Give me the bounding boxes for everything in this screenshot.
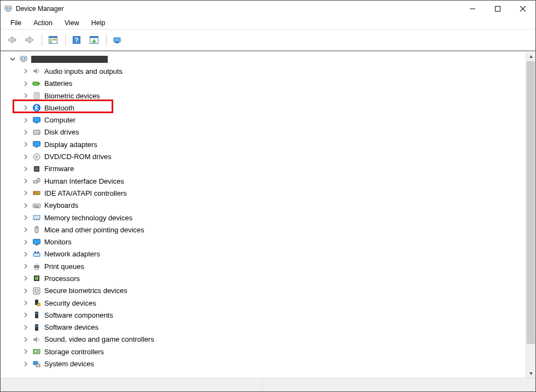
menu-view[interactable]: View <box>59 18 85 28</box>
scan-hardware-button[interactable] <box>86 33 102 47</box>
svg-rect-69 <box>36 313 38 314</box>
tree-category[interactable]: IDE ATA/ATAPI controllers <box>3 187 526 199</box>
tree-category[interactable]: Mice and other pointing devices <box>3 224 526 236</box>
category-label: Security devices <box>44 299 96 307</box>
svg-rect-26 <box>33 117 40 122</box>
chevron-right-icon[interactable] <box>22 226 29 233</box>
tree-category[interactable]: Storage controllers <box>3 346 526 358</box>
maximize-button[interactable] <box>485 1 510 17</box>
scroll-thumb[interactable] <box>527 61 535 344</box>
tree-category[interactable]: Monitors <box>3 236 526 248</box>
chevron-right-icon[interactable] <box>22 129 29 136</box>
tree-category[interactable]: Secure biometrics devices <box>3 285 526 297</box>
svg-rect-67 <box>38 303 39 305</box>
minimize-button[interactable] <box>460 1 485 17</box>
chevron-right-icon[interactable] <box>22 141 29 148</box>
help-button[interactable]: ? <box>68 33 85 47</box>
tree-category[interactable]: Software devices <box>3 321 526 334</box>
chevron-right-icon[interactable] <box>22 312 29 318</box>
tree-category[interactable]: Display adapters <box>3 138 526 150</box>
memory-icon <box>32 213 41 222</box>
vertical-scrollbar[interactable] <box>526 52 535 378</box>
devices-and-printers-button[interactable] <box>109 33 126 47</box>
svg-rect-58 <box>34 265 39 268</box>
tree-category[interactable]: Print queues <box>3 260 526 272</box>
svg-rect-55 <box>33 253 40 256</box>
device-tree[interactable]: Audio inputs and outputsBatteriesBiometr… <box>1 52 526 378</box>
chevron-down-icon[interactable] <box>9 56 16 62</box>
category-label: Network adapters <box>44 250 100 258</box>
scroll-down-button[interactable] <box>526 368 535 378</box>
tree-category[interactable]: Sound, video and game controllers <box>3 334 526 346</box>
svg-rect-1 <box>6 7 8 9</box>
chevron-right-icon[interactable] <box>22 214 29 221</box>
chevron-right-icon[interactable] <box>22 68 29 74</box>
chevron-right-icon[interactable] <box>22 348 29 355</box>
tree-category[interactable]: Disk drives <box>3 126 526 138</box>
tree-category[interactable]: Firmware <box>3 163 526 175</box>
tree-root-node[interactable] <box>3 53 526 65</box>
category-label: Biometric devices <box>44 92 100 100</box>
svg-rect-16 <box>114 38 120 42</box>
chevron-right-icon[interactable] <box>22 117 29 124</box>
forward-button[interactable] <box>21 33 38 47</box>
svg-rect-54 <box>36 244 38 245</box>
chevron-right-icon[interactable] <box>22 154 29 160</box>
svg-rect-10 <box>50 39 52 43</box>
tree-category[interactable]: Bluetooth <box>3 102 526 114</box>
category-label: Monitors <box>44 238 72 246</box>
chevron-right-icon[interactable] <box>22 92 29 99</box>
chevron-right-icon[interactable] <box>22 104 29 111</box>
tree-category[interactable]: Human Interface Devices <box>3 175 526 187</box>
chevron-right-icon[interactable] <box>22 336 29 343</box>
category-label: Software components <box>44 311 113 319</box>
tree-category[interactable]: Software components <box>3 309 526 321</box>
monitor-icon <box>32 116 41 125</box>
chevron-right-icon[interactable] <box>22 300 29 306</box>
bluetooth-icon <box>32 103 41 112</box>
close-button[interactable] <box>510 1 535 17</box>
tree-category[interactable]: Keyboards <box>3 200 526 212</box>
chevron-right-icon[interactable] <box>22 324 29 331</box>
chevron-right-icon[interactable] <box>22 178 29 184</box>
scroll-track[interactable] <box>526 61 535 368</box>
chevron-right-icon[interactable] <box>22 288 29 294</box>
computer-root-icon <box>19 55 28 63</box>
secure-bio-icon <box>32 286 41 295</box>
chevron-right-icon[interactable] <box>22 80 29 87</box>
chevron-right-icon[interactable] <box>22 202 29 209</box>
svg-line-6 <box>520 6 526 11</box>
chevron-right-icon[interactable] <box>22 251 29 258</box>
tree-category[interactable]: Batteries <box>3 78 526 90</box>
chevron-right-icon[interactable] <box>22 361 29 367</box>
menu-help[interactable]: Help <box>86 18 111 28</box>
svg-rect-21 <box>22 61 25 62</box>
tree-category[interactable]: DVD/CD-ROM drives <box>3 150 526 162</box>
svg-rect-9 <box>49 37 57 38</box>
tree-category[interactable]: Security devices <box>3 297 526 309</box>
svg-rect-44 <box>36 205 37 206</box>
chevron-right-icon[interactable] <box>22 263 29 270</box>
monitor-icon <box>32 238 41 247</box>
category-label: Human Interface Devices <box>44 177 124 185</box>
tree-category[interactable]: Audio inputs and outputs <box>3 65 526 77</box>
menu-action[interactable]: Action <box>28 18 58 28</box>
tree-category[interactable]: Memory technology devices <box>3 212 526 224</box>
menu-file[interactable]: File <box>5 18 27 28</box>
category-label: Bluetooth <box>44 104 74 112</box>
tree-category[interactable]: Network adapters <box>3 248 526 260</box>
tree-category[interactable]: Biometric devices <box>3 90 526 102</box>
svg-rect-48 <box>34 219 35 220</box>
back-button[interactable] <box>4 33 20 47</box>
scroll-up-button[interactable] <box>526 52 535 61</box>
svg-rect-18 <box>20 56 27 61</box>
chevron-right-icon[interactable] <box>22 275 29 282</box>
tree-category[interactable]: System devices <box>3 358 526 370</box>
chevron-right-icon[interactable] <box>22 190 29 196</box>
category-label: Computer <box>44 116 75 124</box>
show-hide-tree-button[interactable] <box>45 33 61 47</box>
tree-category[interactable]: Processors <box>3 272 526 284</box>
tree-category[interactable]: Computer <box>3 114 526 126</box>
chevron-right-icon[interactable] <box>22 239 29 245</box>
chevron-right-icon[interactable] <box>22 166 29 172</box>
